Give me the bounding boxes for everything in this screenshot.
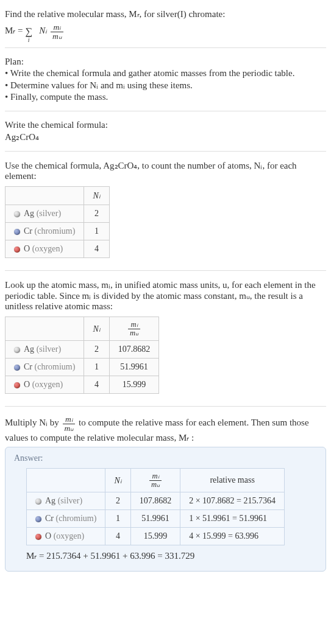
count-atoms-section: Use the chemical formula, Ag₂CrO₄, to co… xyxy=(5,156,326,271)
element-cell: O (oxygen) xyxy=(5,240,84,258)
element-name: (chromium) xyxy=(32,226,75,236)
mass-cell: 15.999 xyxy=(109,376,159,394)
mass-cell: 15.999 xyxy=(130,528,180,545)
element-name: (oxygen) xyxy=(30,380,63,389)
write-formula-section: Write the chemical formula: Ag₂CrO₄ xyxy=(5,116,326,152)
plan-heading: Plan: xyxy=(5,57,326,67)
element-name: (silver) xyxy=(34,209,61,218)
element-symbol: Cr xyxy=(45,514,54,523)
element-cell: Cr (chromium) xyxy=(27,510,105,528)
table-row: O (oxygen) 4 15.999 4 × 15.999 = 63.996 xyxy=(27,528,285,545)
element-dot-icon xyxy=(14,229,20,235)
ni-cell: 1 xyxy=(84,359,109,376)
element-name: (oxygen) xyxy=(30,244,63,253)
element-cell: Cr (chromium) xyxy=(5,359,84,376)
element-name: (silver) xyxy=(55,496,82,505)
ni-cell: 2 xyxy=(105,492,130,510)
mass-cell: 107.8682 xyxy=(109,341,159,359)
multiply-text: Multiply Nᵢ by mᵢ mᵤ to compute the rela… xyxy=(5,415,326,443)
table-row: Ag (silver) 2 107.8682 xyxy=(5,341,159,359)
table-row: O (oxygen) 4 15.999 xyxy=(5,376,159,394)
element-dot-icon xyxy=(35,534,41,540)
table-row: O (oxygen) 4 xyxy=(5,240,110,258)
ni-cell: 2 xyxy=(84,341,109,359)
count-text: Use the chemical formula, Ag₂CrO₄, to co… xyxy=(5,160,326,181)
formula-lhs: Mᵣ = xyxy=(5,26,23,35)
empty-header xyxy=(27,469,105,492)
element-name: (silver) xyxy=(34,345,61,354)
frac-den: mᵤ xyxy=(149,481,162,489)
element-cell: Ag (silver) xyxy=(5,205,84,223)
element-dot-icon xyxy=(14,382,20,388)
table-row: Cr (chromium) 1 51.9961 1 × 51.9961 = 51… xyxy=(27,510,285,528)
ni-cell: 4 xyxy=(84,376,109,394)
element-symbol: O xyxy=(24,244,30,253)
ni-cell: 4 xyxy=(105,528,130,545)
element-cell: Ag (silver) xyxy=(5,341,84,359)
element-cell: O (oxygen) xyxy=(5,376,84,394)
sigma-icon: ∑ i xyxy=(25,26,32,38)
ni-cell: 2 xyxy=(84,205,109,223)
mass-ratio-header: mᵢ mᵤ xyxy=(130,469,180,492)
intro-section: Find the relative molecular mass, Mᵣ, fo… xyxy=(5,5,326,48)
element-symbol: Ag xyxy=(24,209,34,218)
intro-formula: Mᵣ = ∑ i Nᵢ mᵢ mᵤ xyxy=(5,23,326,40)
element-cell: Cr (chromium) xyxy=(5,223,84,240)
sigma-symbol: ∑ xyxy=(25,26,32,37)
plan-bullet-1: • Write the chemical formula and gather … xyxy=(5,68,326,79)
lookup-table: Nᵢ mᵢ mᵤ Ag (silver) 2 107.8682 Cr (chro… xyxy=(5,317,159,394)
ni-symbol: Nᵢ xyxy=(39,26,47,35)
answer-label: Answer: xyxy=(14,453,317,463)
element-symbol: O xyxy=(24,380,30,389)
mass-fraction: mᵢ mᵤ xyxy=(63,415,76,432)
count-table: Nᵢ Ag (silver) 2 Cr (chromium) 1 O (oxyg… xyxy=(5,186,110,258)
mass-fraction: mᵢ mᵤ xyxy=(51,23,63,40)
table-header-row: Nᵢ mᵢ mᵤ xyxy=(5,317,159,341)
frac-num: mᵢ xyxy=(51,23,63,32)
relative-mass-cell: 2 × 107.8682 = 215.7364 xyxy=(180,492,285,510)
table-row: Cr (chromium) 1 xyxy=(5,223,110,240)
ni-cell: 1 xyxy=(84,223,109,240)
element-dot-icon xyxy=(14,365,20,371)
element-dot-icon xyxy=(35,516,41,522)
element-name: (oxygen) xyxy=(51,531,84,541)
answer-table: Nᵢ mᵢ mᵤ relative mass Ag (silver) 2 107… xyxy=(26,468,285,545)
frac-den: mᵤ xyxy=(128,329,140,337)
table-row: Ag (silver) 2 107.8682 2 × 107.8682 = 21… xyxy=(27,492,285,510)
relative-mass-cell: 4 × 15.999 = 63.996 xyxy=(180,528,285,545)
chemical-formula: Ag₂CrO₄ xyxy=(5,131,326,142)
ni-header: Nᵢ xyxy=(105,469,130,492)
mass-cell: 107.8682 xyxy=(130,492,180,510)
plan-bullet-3: • Finally, compute the mass. xyxy=(5,92,326,102)
table-row: Cr (chromium) 1 51.9961 xyxy=(5,359,159,376)
table-row: Ag (silver) 2 xyxy=(5,205,110,223)
mass-cell: 51.9961 xyxy=(130,510,180,528)
element-cell: O (oxygen) xyxy=(27,528,105,545)
element-name: (chromium) xyxy=(32,362,75,371)
element-dot-icon xyxy=(14,247,20,253)
empty-header xyxy=(5,317,84,341)
lookup-mass-section: Look up the atomic mass, mᵢ, in unified … xyxy=(5,276,326,407)
element-dot-icon xyxy=(14,211,20,217)
element-cell: Ag (silver) xyxy=(27,492,105,510)
frac-den: mᵤ xyxy=(63,424,76,433)
frac-num: mᵢ xyxy=(128,321,140,329)
element-name: (chromium) xyxy=(54,514,96,523)
element-symbol: Ag xyxy=(45,496,55,505)
element-dot-icon xyxy=(35,499,41,505)
mass-ratio-header: mᵢ mᵤ xyxy=(109,317,159,341)
frac-num: mᵢ xyxy=(63,415,76,424)
element-symbol: O xyxy=(45,531,51,541)
frac-num: mᵢ xyxy=(149,472,162,481)
write-formula-heading: Write the chemical formula: xyxy=(5,120,326,130)
empty-header xyxy=(5,187,84,205)
sigma-sub: i xyxy=(28,37,30,43)
ni-cell: 4 xyxy=(84,240,109,258)
answer-box: Answer: Nᵢ mᵢ mᵤ relative mass Ag (silve… xyxy=(5,447,326,572)
ni-header: Nᵢ xyxy=(84,187,109,205)
intro-text: Find the relative molecular mass, Mᵣ, fo… xyxy=(5,9,326,19)
multiply-pre: Multiply Nᵢ by xyxy=(5,418,62,428)
ni-header: Nᵢ xyxy=(84,317,109,341)
mass-cell: 51.9961 xyxy=(109,359,159,376)
table-header-row: Nᵢ mᵢ mᵤ relative mass xyxy=(27,469,285,492)
